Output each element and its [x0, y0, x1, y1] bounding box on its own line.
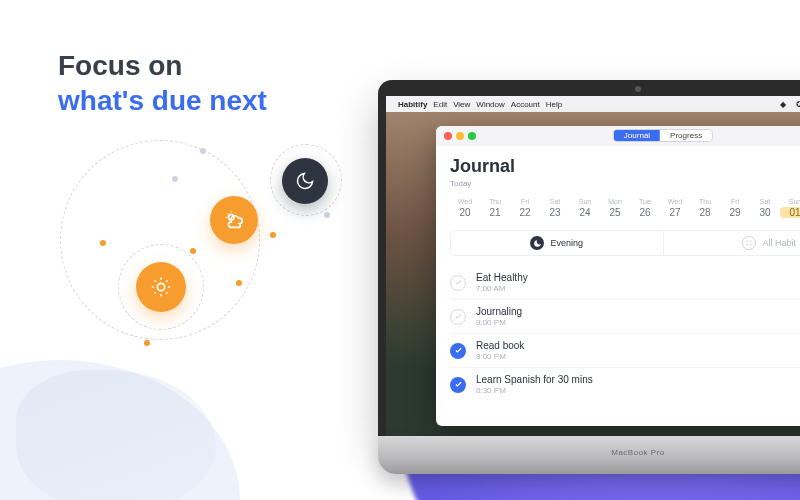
bg-photo-watermark [16, 370, 216, 500]
date-dow: Wed [450, 198, 480, 205]
date-cell[interactable]: Fri29 [720, 198, 750, 218]
habit-row[interactable]: Read book8:00 PM [450, 334, 800, 368]
date-cell[interactable]: Thu28 [690, 198, 720, 218]
app-window: Journal Progress Journal Today Wed20Thu2… [436, 126, 800, 426]
grid-icon [742, 236, 756, 250]
habit-name: Learn Spanish for 30 mins [476, 374, 593, 385]
date-number: 01 [780, 207, 800, 218]
habit-time: 7:00 AM [476, 284, 528, 293]
date-dow: Tue [630, 198, 660, 205]
habit-name: Eat Healthy [476, 272, 528, 283]
date-dow: Sun [780, 198, 800, 205]
window-close-icon[interactable] [444, 132, 452, 140]
laptop-model-label: MacBook Pro [611, 448, 665, 457]
date-cell[interactable]: Sat30 [750, 198, 780, 218]
date-cell[interactable]: Sun24 [570, 198, 600, 218]
menubar-app-name[interactable]: Habitify [398, 100, 427, 109]
laptop-mockup: Habitify Edit View Window Account Help ◆… [378, 80, 800, 474]
date-number: 29 [720, 207, 750, 218]
date-number: 21 [480, 207, 510, 218]
date-scroller[interactable]: Wed20Thu21Fri22Sat23Sun24Mon25Tue26Wed27… [450, 198, 800, 218]
date-cell[interactable]: Mon25 [600, 198, 630, 218]
page-subtitle: Today [450, 179, 800, 188]
date-cell[interactable]: Sun01 [780, 198, 800, 218]
date-dow: Fri [720, 198, 750, 205]
menubar-item[interactable]: Help [546, 100, 562, 109]
habit-name: Read book [476, 340, 524, 351]
filter-evening[interactable]: Evening [450, 230, 664, 256]
date-dow: Sat [540, 198, 570, 205]
habit-checkbox[interactable] [450, 275, 466, 291]
date-dow: Thu [690, 198, 720, 205]
titlebar: Journal Progress [436, 126, 800, 146]
user-icon[interactable]: ✪ [794, 99, 800, 109]
filter-label: All Habit [762, 238, 796, 248]
date-cell[interactable]: Wed27 [660, 198, 690, 218]
date-dow: Mon [600, 198, 630, 205]
svg-point-8 [750, 241, 751, 242]
headline-line2: what's due next [58, 83, 267, 118]
laptop-base: MacBook Pro [378, 436, 800, 474]
habit-row[interactable]: Learn Spanish for 30 mins8:30 PM [450, 368, 800, 401]
date-number: 25 [600, 207, 630, 218]
habit-checkbox[interactable] [450, 377, 466, 393]
window-zoom-icon[interactable] [468, 132, 476, 140]
menubar-item[interactable]: Window [476, 100, 504, 109]
habit-checkbox[interactable] [450, 343, 466, 359]
date-cell[interactable]: Tue26 [630, 198, 660, 218]
date-cell[interactable]: Sat23 [540, 198, 570, 218]
window-minimize-icon[interactable] [456, 132, 464, 140]
habit-checkbox[interactable] [450, 309, 466, 325]
habit-row[interactable]: Eat Healthy7:00 AM [450, 266, 800, 300]
filter-all-habit[interactable]: All Habit [664, 230, 801, 256]
macos-desktop: Habitify Edit View Window Account Help ◆… [386, 96, 800, 436]
date-number: 24 [570, 207, 600, 218]
cloud-sun-icon [210, 196, 258, 244]
promo-stage: Focus on what's due next Habitif [0, 0, 800, 500]
habit-row[interactable]: Journaling9:00 PM [450, 300, 800, 334]
orbit-illustration [60, 140, 360, 340]
habit-name: Journaling [476, 306, 522, 317]
date-number: 26 [630, 207, 660, 218]
date-number: 22 [510, 207, 540, 218]
date-dow: Thu [480, 198, 510, 205]
date-cell[interactable]: Fri22 [510, 198, 540, 218]
habit-time: 9:00 PM [476, 318, 522, 327]
date-cell[interactable]: Wed20 [450, 198, 480, 218]
svg-point-0 [157, 283, 164, 290]
habit-list: Eat Healthy7:00 AMJournaling9:00 PMRead … [450, 266, 800, 401]
headline: Focus on what's due next [58, 48, 267, 118]
date-dow: Sat [750, 198, 780, 205]
date-dow: Wed [660, 198, 690, 205]
date-number: 30 [750, 207, 780, 218]
svg-point-10 [750, 244, 751, 245]
habit-time: 8:30 PM [476, 386, 593, 395]
date-number: 28 [690, 207, 720, 218]
dropbox-icon[interactable]: ◆ [778, 99, 788, 109]
svg-point-7 [747, 241, 748, 242]
view-segmented-control[interactable]: Journal Progress [613, 129, 713, 142]
menubar-item[interactable]: Account [511, 100, 540, 109]
date-number: 27 [660, 207, 690, 218]
date-dow: Fri [510, 198, 540, 205]
date-cell[interactable]: Thu21 [480, 198, 510, 218]
svg-point-9 [747, 244, 748, 245]
page-title: Journal [450, 156, 800, 177]
date-number: 20 [450, 207, 480, 218]
menubar-item[interactable]: View [453, 100, 470, 109]
date-dow: Sun [570, 198, 600, 205]
filter-label: Evening [550, 238, 583, 248]
menubar-item[interactable]: Edit [433, 100, 447, 109]
moon-icon [530, 236, 544, 250]
moon-icon [282, 158, 328, 204]
headline-line1: Focus on [58, 48, 267, 83]
macos-menubar: Habitify Edit View Window Account Help ◆… [386, 96, 800, 112]
habit-time: 8:00 PM [476, 352, 524, 361]
tab-journal[interactable]: Journal [614, 130, 660, 141]
laptop-camera [635, 86, 641, 92]
date-number: 23 [540, 207, 570, 218]
sun-icon [136, 262, 186, 312]
tab-progress[interactable]: Progress [660, 130, 712, 141]
